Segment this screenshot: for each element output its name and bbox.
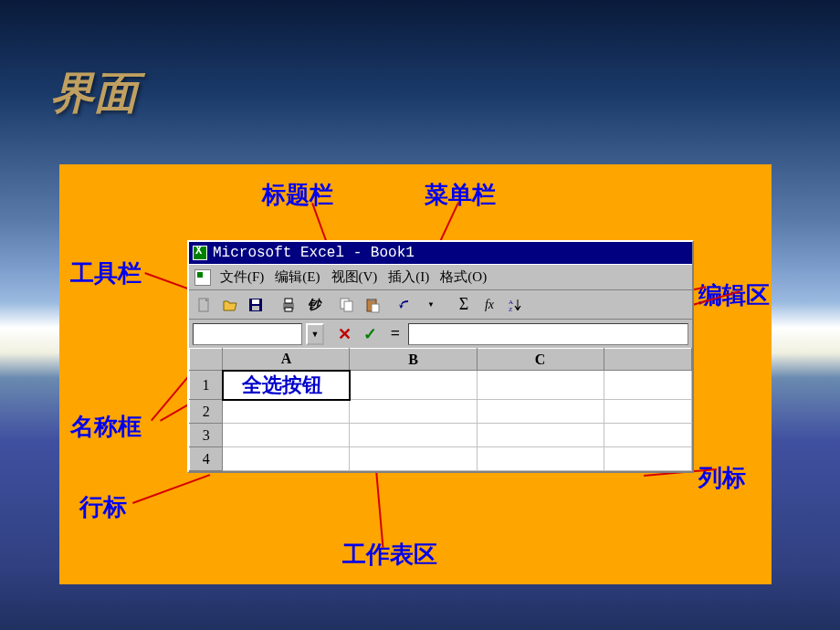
name-box-dropdown-icon[interactable]: ▼	[306, 323, 324, 345]
cell[interactable]	[477, 371, 604, 400]
function-icon[interactable]: fx	[478, 293, 501, 317]
excel-app-icon	[193, 246, 207, 260]
menu-view[interactable]: 视图(V)	[326, 268, 383, 286]
toolbar: 钞 ▼ Σ fx AZ	[189, 289, 692, 319]
label-menu-bar: 菜单栏	[425, 179, 496, 211]
cell[interactable]	[223, 400, 350, 424]
new-file-icon[interactable]	[193, 293, 216, 317]
formula-bar: ▼ ✕ ✓ =	[189, 319, 692, 348]
menu-format[interactable]: 格式(O)	[435, 268, 492, 286]
print-icon[interactable]	[277, 293, 300, 317]
row-header-3[interactable]: 3	[190, 424, 223, 447]
svg-rect-2	[252, 299, 259, 304]
equals-icon[interactable]: =	[384, 323, 406, 345]
svg-rect-11	[372, 304, 379, 312]
dropdown-icon[interactable]: ▼	[419, 293, 443, 317]
svg-rect-5	[285, 299, 292, 303]
column-header-b[interactable]: B	[350, 349, 477, 371]
cell[interactable]	[350, 371, 477, 400]
spellcheck-icon[interactable]: 钞	[302, 293, 326, 317]
cell[interactable]	[223, 447, 350, 471]
column-header[interactable]	[604, 349, 691, 371]
svg-text:Z: Z	[509, 306, 512, 313]
label-edit-area: 编辑区	[698, 279, 770, 311]
cell-a1[interactable]: 全选按钮	[223, 371, 350, 400]
autosum-icon[interactable]: Σ	[452, 293, 476, 317]
svg-rect-8	[344, 301, 352, 311]
cell[interactable]	[604, 424, 691, 447]
select-all-button[interactable]	[190, 349, 223, 371]
cell[interactable]	[604, 400, 691, 424]
svg-text:A: A	[509, 299, 513, 306]
cell[interactable]	[477, 400, 604, 424]
name-box[interactable]	[193, 323, 302, 345]
svg-rect-10	[369, 299, 374, 301]
column-header-c[interactable]: C	[477, 349, 604, 371]
excel-window: Microsoft Excel - Book1 文件(F) 编辑(E) 视图(V…	[187, 240, 694, 473]
label-worksheet-area: 工作表区	[342, 539, 437, 571]
svg-rect-6	[285, 308, 292, 311]
title-bar: Microsoft Excel - Book1	[189, 242, 692, 264]
sort-asc-icon[interactable]: AZ	[503, 293, 527, 317]
worksheet-area: A B C 1 全选按钮 2	[189, 348, 692, 471]
cell[interactable]	[350, 424, 477, 447]
undo-icon[interactable]	[394, 293, 417, 317]
svg-rect-3	[252, 306, 259, 310]
formula-input[interactable]	[408, 323, 688, 345]
slide-title: 界面	[50, 64, 138, 122]
cancel-icon[interactable]: ✕	[333, 323, 355, 345]
label-col-header: 列标	[698, 462, 746, 494]
pointer-line	[132, 474, 210, 504]
row-header-4[interactable]: 4	[190, 447, 223, 471]
cell[interactable]	[223, 424, 350, 447]
cell[interactable]	[350, 400, 477, 424]
save-icon[interactable]	[244, 293, 268, 317]
menu-edit[interactable]: 编辑(E)	[269, 268, 325, 286]
label-row-header: 行标	[79, 491, 127, 523]
row-header-2[interactable]: 2	[190, 400, 223, 424]
row-header-1[interactable]: 1	[190, 371, 223, 400]
window-title: Microsoft Excel - Book1	[213, 245, 415, 261]
cell[interactable]	[477, 447, 604, 471]
column-header-a[interactable]: A	[223, 349, 350, 371]
cell[interactable]	[350, 447, 477, 471]
copy-icon[interactable]	[335, 293, 359, 317]
paste-icon[interactable]	[361, 293, 384, 317]
cell[interactable]	[604, 447, 691, 471]
label-name-box: 名称框	[70, 411, 142, 443]
cell[interactable]	[477, 424, 604, 447]
control-box-icon[interactable]	[194, 269, 211, 286]
menu-insert[interactable]: 插入(I)	[383, 268, 435, 286]
menu-bar: 文件(F) 编辑(E) 视图(V) 插入(I) 格式(O)	[189, 264, 692, 289]
open-file-icon[interactable]	[218, 293, 242, 317]
menu-file[interactable]: 文件(F)	[215, 268, 269, 286]
diagram-container: 标题栏 菜单栏 工具栏 编辑区 名称框 列标 行标 工作表区 Microsoft…	[59, 164, 772, 584]
cell[interactable]	[604, 371, 691, 400]
enter-icon[interactable]: ✓	[359, 323, 381, 345]
label-title-bar: 标题栏	[262, 179, 333, 211]
label-toolbar: 工具栏	[70, 257, 142, 289]
